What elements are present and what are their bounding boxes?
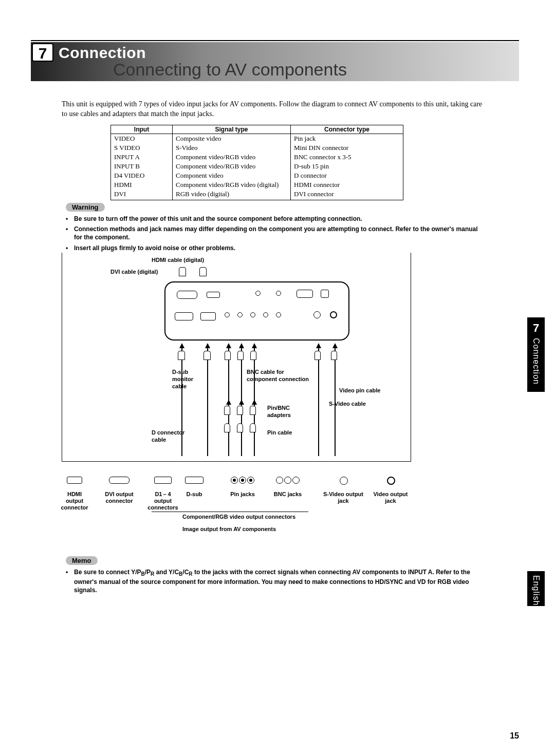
label-hdmi-cable: HDMI cable (digital) — [152, 257, 204, 264]
bnc-port-icon — [225, 312, 230, 317]
plug-icon — [225, 351, 231, 360]
label-d-connector-cable: D connector cable — [152, 429, 184, 444]
cell: DVI — [111, 190, 173, 200]
projector-rear-panel — [164, 281, 349, 341]
plug-icon — [331, 351, 337, 360]
memo-text: /P — [145, 569, 151, 576]
cell: DVI connector — [291, 190, 403, 200]
label-pin-cable: Pin cable — [267, 429, 292, 437]
cell: D4 VIDEO — [111, 171, 173, 180]
plug-icon — [178, 351, 185, 360]
list-item: Insert all plugs firmly to avoid noise o… — [66, 244, 487, 252]
chapter-title: Connection — [59, 44, 146, 62]
label-video-conn: Video output jack — [367, 491, 414, 504]
video-jack-icon — [386, 477, 396, 487]
cell: D-sub 15 pin — [291, 162, 403, 171]
plug-icon — [237, 351, 244, 360]
label-bnc-conn: BNC jacks — [265, 491, 311, 498]
dsub-connector-icon — [185, 477, 203, 486]
cell: RGB video (digital) — [173, 190, 291, 200]
arrow-up-icon — [205, 343, 210, 348]
cell: Composite video — [173, 134, 291, 144]
arrow-up-icon — [239, 400, 244, 405]
table-row: HDMIComponent video/RGB video (digital)H… — [111, 180, 403, 190]
page-number: 15 — [510, 731, 519, 741]
cell: INPUT B — [111, 162, 173, 171]
cell: HDMI connector — [291, 180, 403, 190]
label-dsub-conn: D-sub — [171, 491, 217, 498]
group-underline — [152, 512, 308, 512]
list-item: Connection methods and jack names may di… — [66, 225, 487, 241]
cell: D connector — [291, 171, 403, 180]
plug-icon — [250, 406, 256, 415]
d4-port-icon — [200, 312, 216, 320]
plug-icon — [314, 351, 321, 360]
plug-icon — [224, 423, 230, 432]
video-port-icon — [330, 311, 337, 318]
memo-text: Be sure to connect Y/P — [74, 569, 141, 576]
cell: BNC connector x 3-5 — [291, 153, 403, 162]
diagram-hr — [62, 461, 411, 462]
cell: Pin jack — [291, 134, 403, 144]
table-row: VIDEOComposite videoPin jack — [111, 134, 403, 144]
side-tab-connection: 7 Connection — [527, 317, 545, 392]
arrow-up-icon — [332, 343, 338, 348]
list-item: Be sure to connect Y/PB/PR and Y/CB/CR t… — [66, 568, 487, 594]
cable-line — [207, 348, 208, 456]
svideo-jack-icon — [339, 477, 348, 487]
cable-line — [241, 348, 242, 436]
connector-row: HDMI output connector DVI output connect… — [62, 477, 421, 528]
page: 7 Connection Connecting to AV components… — [0, 0, 555, 756]
plug-icon — [224, 406, 230, 415]
cable-line — [254, 348, 255, 436]
th-connector: Connector type — [291, 125, 403, 134]
d14-connector-icon — [154, 477, 172, 486]
cable-line — [241, 432, 242, 456]
diagram-vline-right — [411, 253, 411, 461]
dsub-port-icon — [175, 312, 193, 320]
label-pin-conn: Pin jacks — [219, 491, 266, 498]
header-bar: 7 Connection Connecting to AV components — [31, 40, 519, 81]
cell: Component video/RGB video (digital) — [173, 180, 291, 190]
memo-text: /C — [182, 569, 189, 576]
side-tab-label: Connection — [531, 338, 541, 385]
table-row: D4 VIDEOComponent videoD connector — [111, 171, 403, 180]
cable-line — [228, 432, 229, 456]
cable-line — [228, 348, 229, 436]
label-hdmi-conn: HDMI output connector — [51, 491, 98, 512]
chapter-subtitle: Connecting to AV components — [113, 60, 347, 80]
arrow-up-icon — [252, 400, 257, 405]
label-group-image-output: Image output from AV components — [182, 526, 276, 532]
memo-sub: B — [141, 571, 144, 577]
list-item: Be sure to turn off the power of this un… — [66, 215, 487, 223]
side-tab-label: English — [531, 575, 541, 606]
cell: HDMI — [111, 180, 173, 190]
bnc-port-icon — [237, 312, 243, 317]
plug-icon — [250, 423, 256, 432]
bnc-port-icon — [250, 312, 255, 317]
side-tab-english: English — [527, 571, 545, 606]
label-pinbnc-adapters: Pin/BNC adapters — [267, 405, 291, 419]
cable-line — [318, 348, 319, 456]
arrow-up-icon — [239, 343, 244, 348]
dsub-port-icon — [297, 290, 313, 298]
bnc-port-icon — [263, 312, 268, 317]
plug-icon — [237, 423, 243, 432]
label-group-component-rgb: Component/RGB video output connectors — [182, 514, 295, 520]
memo-text: and Y/C — [154, 569, 179, 576]
warning-bullets: Be sure to turn off the power of this un… — [66, 215, 487, 254]
bnc-jacks-icon — [275, 477, 300, 486]
cell: Component video/RGB video — [173, 162, 291, 171]
cell: S-Video — [173, 143, 291, 153]
table-row: S VIDEOS-VideoMini DIN connector — [111, 143, 403, 153]
label-dvi-conn: DVI output connector — [96, 491, 142, 504]
hdmi-connector-icon — [67, 477, 82, 486]
label-dvi-cable: DVI cable (digital) — [110, 269, 158, 276]
cell: Component video/RGB video — [173, 153, 291, 162]
arrow-up-icon — [226, 400, 231, 405]
memo-label: Memo — [66, 556, 98, 565]
bnc-port-icon — [276, 312, 281, 317]
chapter-number-box: 7 — [32, 43, 53, 62]
warning-label: Warning — [66, 203, 105, 212]
pin-jacks-icon — [230, 477, 255, 486]
